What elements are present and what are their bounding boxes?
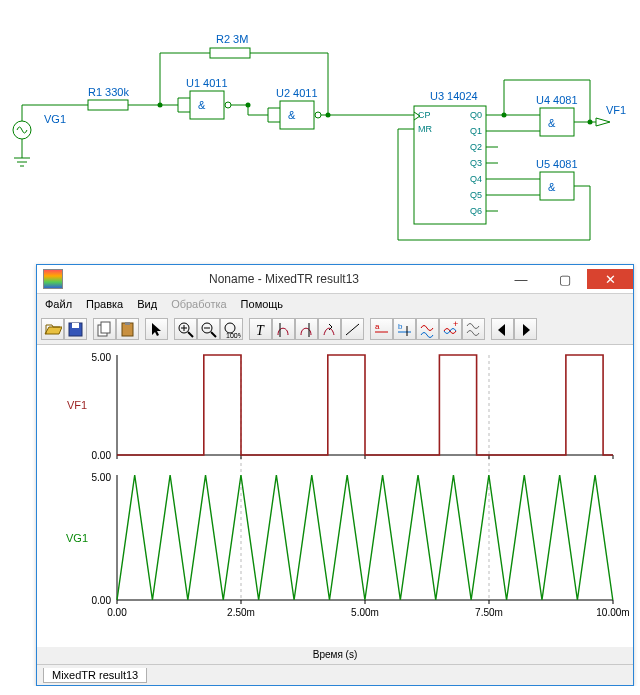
label-u3: U3 14024 — [430, 90, 478, 102]
svg-text:Q4: Q4 — [470, 174, 482, 184]
menu-Вид[interactable]: Вид — [137, 298, 157, 310]
svg-text:T: T — [256, 323, 265, 338]
svg-text:&: & — [548, 181, 556, 193]
svg-text:+: + — [453, 320, 458, 329]
window-title: Noname - MixedTR result13 — [69, 272, 499, 286]
svg-rect-55 — [540, 108, 574, 136]
svg-point-67 — [588, 120, 593, 125]
trace-a-button[interactable]: a — [370, 318, 393, 340]
svg-text:a: a — [375, 322, 380, 331]
trace-b-button[interactable]: b — [393, 318, 416, 340]
plot-area: 5.000.005.000.00VF1VG10.002.50m5.00m7.50… — [37, 345, 633, 647]
schematic-canvas: VG1 R1 330k R2 3M & U1 4011 & U2 4011 — [0, 0, 640, 256]
svg-line-78 — [188, 332, 193, 337]
zoom-in-button[interactable] — [174, 318, 197, 340]
svg-text:7.50m: 7.50m — [475, 607, 503, 618]
svg-text:10.00m: 10.00m — [596, 607, 629, 618]
svg-rect-19 — [190, 91, 224, 119]
trace-vg1 — [117, 475, 613, 600]
label-u1: U1 4011 — [186, 77, 228, 89]
sep-curves-button[interactable] — [416, 318, 439, 340]
svg-text:Q5: Q5 — [470, 190, 482, 200]
svg-text:&: & — [198, 99, 206, 111]
paste-button[interactable] — [116, 318, 139, 340]
join-curves-button[interactable]: + — [439, 318, 462, 340]
svg-text:Q3: Q3 — [470, 158, 482, 168]
x-axis-label: Время (s) — [37, 647, 633, 664]
svg-text:Q0: Q0 — [470, 110, 482, 120]
svg-line-89 — [346, 324, 359, 335]
cursor-a-button[interactable] — [272, 318, 295, 340]
text-tool-button[interactable]: T — [249, 318, 272, 340]
svg-text:5.00: 5.00 — [92, 352, 112, 363]
copy-button[interactable] — [93, 318, 116, 340]
zoom-1to1-button[interactable]: 100% — [220, 318, 243, 340]
svg-text:5.00m: 5.00m — [351, 607, 379, 618]
svg-text:2.50m: 2.50m — [227, 607, 255, 618]
titlebar[interactable]: Noname - MixedTR result13 — ▢ ✕ — [37, 265, 633, 294]
part-u5: & U5 4081 — [530, 158, 578, 200]
label-u2: U2 4011 — [276, 87, 318, 99]
menu-Помощь[interactable]: Помощь — [241, 298, 284, 310]
status-tab[interactable]: MixedTR result13 — [43, 668, 147, 683]
statusbar: MixedTR result13 — [37, 664, 633, 685]
toolbar: 100%Tab+ — [37, 314, 633, 345]
svg-text:CP: CP — [418, 110, 431, 120]
svg-point-20 — [225, 102, 231, 108]
max-button[interactable]: ▢ — [543, 269, 587, 289]
svg-text:&: & — [548, 117, 556, 129]
svg-text:0.00: 0.00 — [92, 595, 112, 606]
svg-point-31 — [315, 112, 321, 118]
min-button[interactable]: — — [499, 269, 543, 289]
part-u4: & U4 4081 — [530, 94, 578, 136]
net-vf1: VF1 — [596, 104, 626, 126]
cursor-b-button[interactable] — [295, 318, 318, 340]
svg-text:b: b — [398, 322, 403, 331]
svg-text:Q6: Q6 — [470, 206, 482, 216]
svg-rect-30 — [280, 101, 314, 129]
zoom-out-button[interactable] — [197, 318, 220, 340]
svg-text:MR: MR — [418, 124, 432, 134]
svg-text:5.00: 5.00 — [92, 472, 112, 483]
annotate-button[interactable] — [318, 318, 341, 340]
svg-text:Q2: Q2 — [470, 142, 482, 152]
svg-rect-76 — [125, 322, 130, 325]
svg-point-34 — [326, 113, 331, 118]
line-button[interactable] — [341, 318, 364, 340]
svg-rect-72 — [72, 323, 79, 328]
part-u2: & U2 4011 — [276, 87, 321, 129]
svg-text:Q1: Q1 — [470, 126, 482, 136]
prev-button[interactable] — [491, 318, 514, 340]
svg-rect-12 — [210, 48, 250, 58]
part-r2: R2 3M — [210, 33, 250, 58]
result-window: Noname - MixedTR result13 — ▢ ✕ ФайлПрав… — [36, 264, 634, 686]
label-r1: R1 330k — [88, 86, 129, 98]
part-u3: U3 14024 CP MR Q0 Q1 Q2 Q3 Q4 Q5 Q6 — [414, 90, 486, 224]
menu-Обработка: Обработка — [171, 298, 226, 310]
label-vg1: VG1 — [44, 113, 66, 125]
part-u1: & U1 4011 — [186, 77, 231, 119]
svg-text:VF1: VF1 — [67, 399, 87, 411]
app-icon — [43, 269, 63, 289]
menu-Правка[interactable]: Правка — [86, 298, 123, 310]
menu-Файл[interactable]: Файл — [45, 298, 72, 310]
label-r2: R2 3M — [216, 33, 248, 45]
svg-rect-74 — [101, 322, 110, 333]
svg-text:0.00: 0.00 — [107, 607, 127, 618]
save-button[interactable] — [64, 318, 87, 340]
label-u5: U5 4081 — [536, 158, 578, 170]
label-vf1: VF1 — [606, 104, 626, 116]
close-button[interactable]: ✕ — [587, 269, 633, 289]
label-u4: U4 4081 — [536, 94, 578, 106]
pointer-button[interactable] — [145, 318, 168, 340]
lock-button[interactable] — [462, 318, 485, 340]
trace-vf1 — [117, 355, 613, 455]
open-button[interactable] — [41, 318, 64, 340]
svg-text:&: & — [288, 109, 296, 121]
part-vg1: VG1 — [13, 105, 66, 166]
menubar: ФайлПравкаВидОбработкаПомощь — [37, 294, 633, 314]
svg-rect-60 — [540, 172, 574, 200]
svg-rect-7 — [88, 100, 128, 110]
part-r1: R1 330k — [88, 86, 129, 110]
next-button[interactable] — [514, 318, 537, 340]
